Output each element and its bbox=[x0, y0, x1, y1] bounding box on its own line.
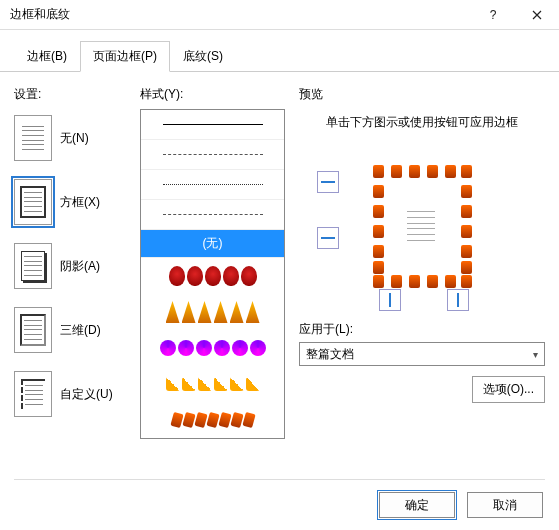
setting-3d-label: 三维(D) bbox=[60, 322, 101, 339]
setting-3d-icon bbox=[14, 307, 52, 353]
edge-bottom-button[interactable] bbox=[317, 227, 339, 249]
ok-button[interactable]: 确定 bbox=[379, 492, 455, 518]
apply-to-select[interactable]: 整篇文档 ▾ bbox=[299, 342, 545, 366]
preview-hint: 单击下方图示或使用按钮可应用边框 bbox=[299, 109, 545, 141]
setting-box-icon bbox=[14, 179, 52, 225]
setting-none-icon bbox=[14, 115, 52, 161]
setting-none[interactable]: 无(N) bbox=[14, 115, 126, 161]
style-none-selected[interactable]: (无) bbox=[141, 230, 284, 258]
edge-left-button[interactable] bbox=[379, 289, 401, 311]
setting-shadow[interactable]: 阴影(A) bbox=[14, 243, 126, 289]
art-candy[interactable] bbox=[141, 366, 284, 402]
art-apples[interactable] bbox=[141, 258, 284, 294]
art-cones[interactable] bbox=[141, 294, 284, 330]
setting-shadow-label: 阴影(A) bbox=[60, 258, 100, 275]
setting-none-label: 无(N) bbox=[60, 130, 89, 147]
style-dot[interactable] bbox=[141, 170, 284, 200]
preview-label: 预览 bbox=[299, 86, 545, 103]
help-button[interactable]: ? bbox=[471, 0, 515, 30]
tab-page-borders[interactable]: 页面边框(P) bbox=[80, 41, 170, 72]
setting-3d[interactable]: 三维(D) bbox=[14, 307, 126, 353]
art-candy2[interactable] bbox=[141, 402, 284, 438]
close-icon bbox=[532, 10, 542, 20]
chevron-down-icon: ▾ bbox=[533, 349, 538, 360]
setting-custom-icon bbox=[14, 371, 52, 417]
style-label: 样式(Y): bbox=[140, 86, 285, 103]
style-short-dash[interactable] bbox=[141, 200, 284, 230]
settings-label: 设置: bbox=[14, 86, 126, 103]
tab-shading[interactable]: 底纹(S) bbox=[170, 41, 236, 72]
style-long-dash[interactable] bbox=[141, 140, 284, 170]
edge-top-button[interactable] bbox=[317, 171, 339, 193]
art-swirls[interactable] bbox=[141, 330, 284, 366]
apply-to-label: 应用于(L): bbox=[299, 321, 545, 338]
edge-right-button[interactable] bbox=[447, 289, 469, 311]
setting-custom-label: 自定义(U) bbox=[60, 386, 113, 403]
cancel-button[interactable]: 取消 bbox=[467, 492, 543, 518]
options-button[interactable]: 选项(O)... bbox=[472, 376, 545, 403]
setting-custom[interactable]: 自定义(U) bbox=[14, 371, 126, 417]
apply-to-value: 整篇文档 bbox=[306, 346, 354, 363]
preview-page[interactable] bbox=[367, 161, 477, 291]
style-solid[interactable] bbox=[141, 110, 284, 140]
style-listbox[interactable]: (无) bbox=[140, 109, 285, 439]
dialog-title: 边框和底纹 bbox=[10, 6, 471, 23]
tab-borders[interactable]: 边框(B) bbox=[14, 41, 80, 72]
setting-box[interactable]: 方框(X) bbox=[14, 179, 126, 225]
setting-box-label: 方框(X) bbox=[60, 194, 100, 211]
preview-area bbox=[299, 141, 545, 311]
setting-shadow-icon bbox=[14, 243, 52, 289]
close-button[interactable] bbox=[515, 0, 559, 30]
